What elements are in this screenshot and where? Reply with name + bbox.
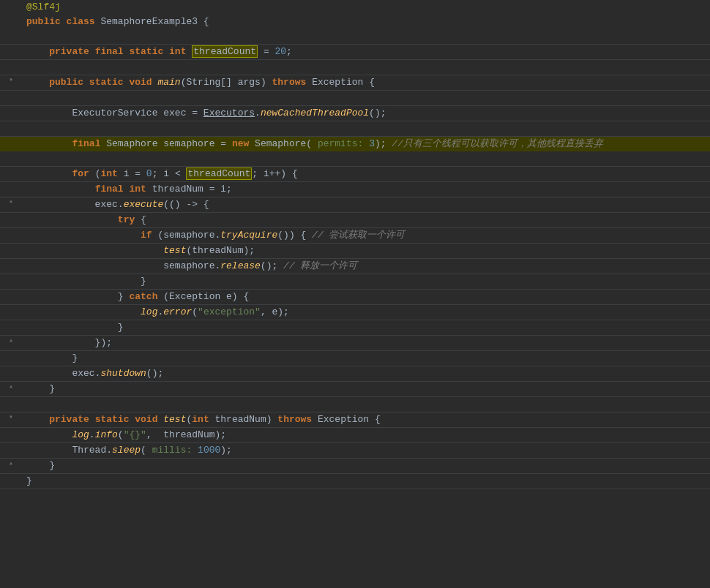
gutter-28: ▾	[0, 412, 22, 423]
code-line-annotation: @Slf4j	[22, 0, 710, 15]
line-empty-6	[0, 397, 710, 412]
line-exec-execute: ▾ exec.execute(() -> {	[0, 197, 710, 213]
fold-icon-2[interactable]: ▾	[6, 197, 16, 208]
code-close-class: }	[22, 474, 710, 489]
line-empty-1	[0, 29, 710, 45]
gutter-26: ▴	[0, 382, 22, 392]
code-executor: ExecutorService exec = Executors.newCach…	[22, 106, 710, 121]
line-close-if: }	[0, 274, 710, 290]
code-catch: } catch (Exception e) {	[22, 290, 710, 304]
line-threadcount: private final static int threadCount = 2…	[0, 45, 710, 60]
fold-icon-6[interactable]: ▴	[6, 459, 16, 469]
line-class-decl: public class SemaphoreExample3 {	[0, 15, 710, 29]
code-empty-1	[22, 29, 710, 44]
line-catch: } catch (Exception e) {	[0, 290, 710, 305]
line-close-test: ▴ }	[0, 459, 710, 474]
code-try: try {	[22, 213, 710, 227]
line-for: for (int i = 0; i < threadCount; i++) {	[0, 167, 710, 182]
code-close-catch: }	[22, 320, 710, 335]
line-empty-3	[0, 91, 710, 106]
line-shutdown: exec.shutdown();	[0, 366, 710, 382]
code-empty-2	[22, 60, 710, 75]
line-test-decl: ▾ private static void test(int threadNum…	[0, 412, 710, 428]
line-close-catch: }	[0, 320, 710, 336]
line-empty-4	[0, 121, 710, 137]
code-log-info: log.info("{}", threadNum);	[22, 428, 710, 442]
code-thread-sleep: Thread.sleep( millis: 1000);	[22, 443, 710, 458]
line-threadnum: final int threadNum = i;	[0, 182, 710, 197]
code-log-error: log.error("exception", e);	[22, 305, 710, 320]
code-editor: @Slf4j public class SemaphoreExample3 { …	[0, 0, 710, 489]
code-exec-execute: exec.execute(() -> {	[22, 197, 710, 212]
line-empty-5	[0, 151, 710, 167]
code-empty-5	[22, 151, 710, 166]
code-semaphore: final Semaphore semaphore = new Semaphor…	[22, 137, 710, 151]
code-close-main: }	[22, 382, 710, 396]
line-executor: ExecutorService exec = Executors.newCach…	[0, 106, 710, 121]
code-line-class: public class SemaphoreExample3 {	[22, 15, 710, 29]
code-shutdown: exec.shutdown();	[22, 366, 710, 381]
line-if-tryacquire: if (semaphore.tryAcquire()) { // 尝试获取一个许…	[0, 228, 710, 244]
line-try: try {	[0, 213, 710, 228]
code-close-execute: });	[22, 336, 710, 350]
code-empty-4	[22, 121, 710, 136]
line-annotation: @Slf4j	[0, 0, 710, 15]
line-log-error: log.error("exception", e);	[0, 305, 710, 320]
gutter-6: ▾	[0, 75, 22, 86]
line-close-class: }	[0, 474, 710, 489]
code-release: semaphore.release(); // 释放一个许可	[22, 259, 710, 274]
line-release: semaphore.release(); // 释放一个许可	[0, 259, 710, 274]
code-threadnum: final int threadNum = i;	[22, 182, 710, 197]
code-test-call: test(threadNum);	[22, 244, 710, 258]
code-for: for (int i = 0; i < threadCount; i++) {	[22, 167, 710, 181]
line-empty-2	[0, 60, 710, 75]
code-if-tryacquire: if (semaphore.tryAcquire()) { // 尝试获取一个许…	[22, 228, 710, 243]
gutter-14: ▾	[0, 197, 22, 208]
gutter-31: ▴	[0, 459, 22, 469]
line-test-call: test(threadNum);	[0, 244, 710, 259]
code-empty-3	[22, 91, 710, 105]
code-close-test: }	[22, 459, 710, 473]
line-close-execute: ▴ });	[0, 336, 710, 351]
line-close-main: ▴ }	[0, 382, 710, 397]
line-main-decl: ▾ public static void main(String[] args)…	[0, 75, 710, 91]
line-close-for: }	[0, 351, 710, 366]
fold-icon-3[interactable]: ▴	[6, 336, 16, 346]
fold-icon-5[interactable]: ▾	[6, 412, 16, 423]
line-thread-sleep: Thread.sleep( millis: 1000);	[0, 443, 710, 459]
code-close-if: }	[22, 274, 710, 289]
code-main-decl: public static void main(String[] args) t…	[22, 75, 710, 90]
fold-icon-4[interactable]: ▴	[6, 382, 16, 392]
code-threadcount: private final static int threadCount = 2…	[22, 45, 710, 59]
code-test-decl: private static void test(int threadNum) …	[22, 412, 710, 427]
code-empty-6	[22, 397, 710, 412]
code-close-for: }	[22, 351, 710, 366]
fold-icon-1[interactable]: ▾	[6, 75, 16, 86]
line-log-info: log.info("{}", threadNum);	[0, 428, 710, 443]
line-semaphore: final Semaphore semaphore = new Semaphor…	[0, 137, 710, 151]
gutter-23: ▴	[0, 336, 22, 346]
